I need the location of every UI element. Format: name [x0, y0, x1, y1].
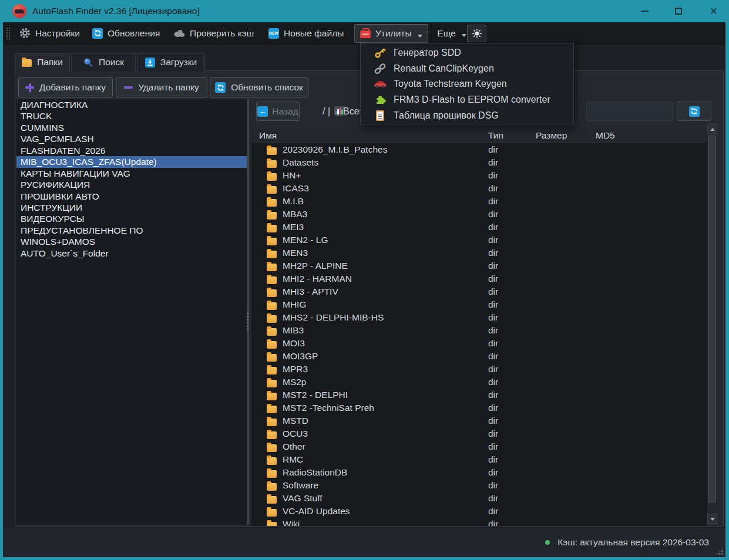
table-row[interactable]: RadioStationDB dir: [251, 466, 707, 479]
table-row[interactable]: 20230926_M.I.B_Patches dir: [251, 143, 707, 156]
table-row[interactable]: MST2 - DELPHI dir: [251, 389, 707, 402]
scroll-down-button[interactable]: [707, 514, 717, 524]
row-name: MEN2 - LG: [283, 235, 328, 245]
menu-item-label: Генератор SDD: [394, 48, 461, 58]
table-row[interactable]: Datasets dir: [251, 156, 707, 169]
table-row[interactable]: Wiki dir: [251, 518, 707, 526]
refresh-browser-button[interactable]: [677, 102, 711, 121]
updates-button[interactable]: Обновления: [92, 22, 160, 44]
folder-list-item[interactable]: КАРТЫ НАВИГАЦИИ VAG: [16, 168, 247, 179]
table-row[interactable]: MPR3 dir: [251, 363, 707, 376]
filter-input[interactable]: [586, 102, 673, 121]
table-row[interactable]: RMC dir: [251, 453, 707, 466]
column-header-type[interactable]: Тип: [488, 128, 503, 143]
folder-list-item[interactable]: VAG_PCMFLASH: [16, 133, 247, 144]
row-type: dir: [488, 441, 498, 452]
folder-list-item[interactable]: WINOLS+DAMOS: [16, 236, 247, 247]
row-name: MEN3: [283, 248, 308, 258]
back-button[interactable]: ← Назад: [256, 102, 300, 121]
column-header-md5[interactable]: MD5: [596, 128, 615, 143]
table-row[interactable]: MEN3 dir: [251, 247, 707, 259]
toolbar-grip-handle[interactable]: [6, 27, 11, 40]
menu-item-dsg-firmware-table[interactable]: Таблица прошивок DSG: [361, 107, 573, 123]
folder-list-item[interactable]: CUMMINS: [16, 122, 247, 133]
table-row[interactable]: MSTD dir: [251, 414, 707, 427]
folder-list-item[interactable]: ДИАГНОСТИКА: [16, 99, 247, 110]
folder-list-item[interactable]: ИНСТРУКЦИИ: [16, 202, 247, 213]
folder-icon: [267, 173, 277, 181]
row-type: dir: [488, 144, 498, 155]
remove-folder-button[interactable]: Удалить папку: [116, 77, 207, 97]
column-header-size[interactable]: Размер: [536, 128, 567, 143]
toolbar: Настройки Обновления Проверить кэш: [3, 22, 725, 45]
column-header-name[interactable]: Имя: [259, 128, 277, 143]
maximize-button[interactable]: [668, 0, 689, 22]
menu-item-frm3-converter[interactable]: FRM3 D-Flash to EEPROM converter: [361, 92, 573, 108]
row-name: HN+: [283, 170, 301, 181]
panel-splitter[interactable]: [247, 99, 249, 525]
table-row[interactable]: Software dir: [251, 479, 707, 492]
folder-icon: [267, 496, 277, 504]
table-row[interactable]: VC-AID Updates dir: [251, 505, 707, 518]
vertical-scrollbar[interactable]: [707, 124, 717, 524]
table-row[interactable]: MHI3 - APTIV dir: [251, 285, 707, 298]
folder-list-item[interactable]: ВИДЕОКУРСЫ: [16, 213, 247, 224]
new-files-button[interactable]: NEW Новые файлы: [268, 22, 344, 44]
table-row[interactable]: ICAS3 dir: [251, 182, 707, 195]
row-type: dir: [488, 235, 498, 245]
add-folder-button[interactable]: Добавить папку: [18, 77, 113, 97]
utilities-button[interactable]: Утилиты: [354, 24, 428, 43]
folder-list-item[interactable]: MIB_OCU3_ICAS_ZFAS(Update): [16, 156, 247, 167]
key-icon: [373, 47, 387, 59]
table-row[interactable]: MIB3 dir: [251, 324, 707, 337]
settings-button[interactable]: Настройки: [19, 22, 80, 44]
table-row[interactable]: VAG Stuff dir: [251, 492, 707, 505]
folder-list-item[interactable]: TRUCK: [16, 110, 247, 122]
close-button[interactable]: ×: [703, 0, 724, 22]
row-name: MST2 - DELPHI: [283, 390, 348, 400]
check-cache-button[interactable]: Проверить кэш: [173, 22, 254, 44]
row-type: dir: [488, 312, 498, 323]
scrollbar-thumb[interactable]: [708, 136, 716, 502]
minimize-button[interactable]: [634, 0, 655, 22]
folder-list-item[interactable]: ПРОШИВКИ АВТО: [16, 191, 247, 202]
table-row[interactable]: Other dir: [251, 440, 707, 453]
table-row[interactable]: MHS2 - DELPHI-MIB-HS dir: [251, 311, 707, 324]
refresh-list-button[interactable]: Обновить список: [210, 77, 308, 97]
table-row[interactable]: HN+ dir: [251, 169, 707, 182]
table-row[interactable]: M.I.B dir: [251, 195, 707, 208]
table-row[interactable]: MHIG dir: [251, 298, 707, 311]
tab-downloads-label: Загрузки: [160, 57, 197, 68]
table-row[interactable]: MH2P - ALPINE dir: [251, 259, 707, 272]
row-type: dir: [488, 299, 498, 310]
table-row[interactable]: MST2 -TechniSat Preh dir: [251, 402, 707, 414]
table-row[interactable]: OCU3 dir: [251, 427, 707, 440]
tab-search[interactable]: Поиск: [71, 53, 136, 71]
tab-downloads[interactable]: Загрузки: [137, 53, 205, 71]
folder-list-item[interactable]: AUTO_User`s_Folder: [16, 248, 247, 259]
main-panel: Добавить папку Удалить папку Обновить сп…: [15, 70, 724, 527]
search-icon: [83, 57, 93, 68]
table-row[interactable]: MEI3 dir: [251, 221, 707, 234]
scroll-up-button[interactable]: [707, 124, 717, 134]
menu-item-sdd-generator[interactable]: Генератор SDD: [361, 45, 573, 61]
menu-item-toyota-keygen[interactable]: Toyota Techstream Keygen: [361, 76, 573, 92]
folder-icon: [267, 522, 277, 526]
row-name: MHI2 - HARMAN: [283, 274, 352, 284]
table-row[interactable]: MHI2 - HARMAN dir: [251, 272, 707, 285]
table-row[interactable]: MS2p dir: [251, 376, 707, 389]
tab-folders[interactable]: Папки: [15, 53, 70, 71]
menu-item-renault-keygen[interactable]: Renault CanClipKeygen: [361, 61, 573, 77]
back-label: Назад: [272, 106, 298, 117]
folder-list-item[interactable]: ПРЕДУСТАНОВЛЕННОЕ ПО: [16, 225, 247, 236]
folder-list-item[interactable]: РУСИФИКАЦИЯ: [16, 179, 247, 190]
table-row[interactable]: MOI3GP dir: [251, 350, 707, 363]
theme-toggle-button[interactable]: [467, 25, 486, 42]
overflow-dots-icon: ··: [426, 28, 431, 35]
folder-list-item[interactable]: FLASHDATEN_2026: [16, 145, 247, 156]
table-row[interactable]: MEN2 - LG dir: [251, 234, 707, 247]
row-type: dir: [488, 170, 498, 181]
table-row[interactable]: MOI3 dir: [251, 337, 707, 350]
more-button[interactable]: ·· Еще: [426, 22, 466, 44]
table-row[interactable]: MBA3 dir: [251, 208, 707, 221]
